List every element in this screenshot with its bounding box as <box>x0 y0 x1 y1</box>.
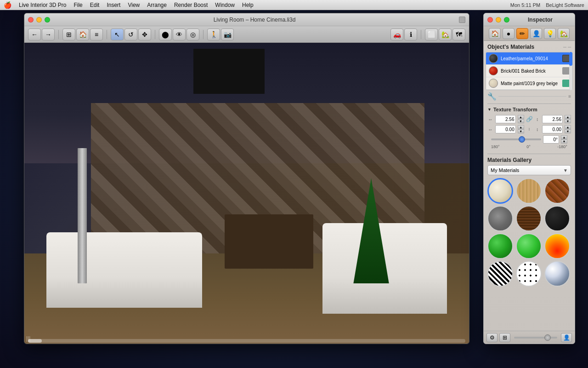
info-btn[interactable]: ℹ <box>404 29 417 40</box>
close-button[interactable] <box>28 17 34 23</box>
gallery-item-1[interactable] <box>516 178 542 204</box>
angle-slider-thumb[interactable] <box>519 136 525 143</box>
gallery-item-7[interactable] <box>516 233 542 259</box>
angle-input[interactable] <box>543 135 559 144</box>
forward-btn[interactable]: → <box>42 29 55 40</box>
matte-name: Matte paint/1019 grey beige <box>501 80 560 86</box>
link-icon[interactable]: 🔗 <box>526 115 533 123</box>
size-slider-thumb[interactable] <box>544 334 551 341</box>
gallery-item-6[interactable] <box>487 233 513 259</box>
tt-v-down[interactable]: ▼ <box>565 119 571 123</box>
tab-light[interactable]: 💡 <box>544 28 556 39</box>
list-btn[interactable]: ≡ <box>90 29 103 40</box>
window-zoom-box[interactable] <box>459 17 465 23</box>
menu-insert[interactable]: Insert <box>107 2 120 8</box>
tab-person[interactable]: 👤 <box>530 28 542 39</box>
materials-header-text: Object's Materials <box>487 44 563 50</box>
car-btn[interactable]: 🚗 <box>390 29 403 40</box>
camera-btn[interactable]: 📷 <box>221 29 234 40</box>
tt-h-input[interactable] <box>495 115 516 123</box>
zoom-button[interactable] <box>45 17 50 23</box>
menu-edit[interactable]: Edit <box>90 2 100 8</box>
scroll-indicator: ||| <box>26 335 30 342</box>
menu-window[interactable]: Window <box>215 2 235 8</box>
tab-house[interactable]: 🏠 <box>489 28 501 39</box>
angle-slider-track[interactable] <box>491 138 541 140</box>
frame-btn[interactable]: ⬜ <box>425 29 438 40</box>
angle-up[interactable]: ▲ <box>561 135 567 139</box>
tt-hoff-up[interactable]: ▲ <box>518 125 524 129</box>
menu-app[interactable]: Live Interior 3D Pro <box>19 2 66 8</box>
viewport-scrollbar[interactable] <box>28 339 465 343</box>
material-item-leather[interactable]: Leather/pamela_09014 <box>486 52 572 65</box>
materials-header-icon: ─ ─ <box>563 45 571 50</box>
gallery-item-5[interactable] <box>544 206 570 231</box>
main-window: Living Room – Home Cinema.li3d ← → ⊞ 🏠 ≡… <box>24 13 469 344</box>
menu-render[interactable]: Render Boost <box>174 2 208 8</box>
menubar-right: Mon 5:11 PM BeLight Software <box>510 2 584 8</box>
person-btn[interactable]: 👤 <box>561 333 572 342</box>
tt-h-down[interactable]: ▼ <box>518 119 524 123</box>
tt-v-input[interactable] <box>542 115 563 123</box>
settings-btn[interactable]: ⚙ <box>486 333 498 342</box>
inspector-zoom[interactable] <box>504 17 509 23</box>
house3-btn[interactable]: 🏡 <box>439 29 452 40</box>
walk-btn[interactable]: 🚶 <box>207 29 220 40</box>
floorplan-btn[interactable]: ⊞ <box>62 29 75 40</box>
tt-v-up[interactable]: ▲ <box>565 115 571 119</box>
menu-view[interactable]: View <box>128 2 140 8</box>
inspector-minimize[interactable] <box>496 17 501 23</box>
gallery-item-10[interactable] <box>516 261 542 287</box>
materials-scrollbar[interactable] <box>569 52 572 90</box>
minimize-button[interactable] <box>36 17 42 23</box>
select-btn[interactable]: ↖ <box>111 29 124 40</box>
tt-h-up[interactable]: ▲ <box>518 115 524 119</box>
tt-hoff-input[interactable] <box>495 125 516 133</box>
map-btn[interactable]: 🗺 <box>452 29 465 40</box>
eyedropper-icon[interactable]: 🔧 <box>487 92 497 101</box>
size-slider-track[interactable] <box>514 337 557 339</box>
menu-arrange[interactable]: Arrange <box>147 2 167 8</box>
gallery-dropdown[interactable]: My Materials ▼ <box>487 165 571 175</box>
tab-object[interactable]: ● <box>503 28 514 39</box>
tt-header-text: Texture Transform <box>493 107 537 112</box>
tt-hoff-down[interactable]: ▼ <box>518 129 524 133</box>
brick-name: Brick/001 Baked Brick <box>501 68 560 74</box>
3d-scene[interactable] <box>24 43 469 344</box>
traffic-lights <box>28 17 50 23</box>
tt-voff-input[interactable] <box>542 125 563 133</box>
menu-help[interactable]: Help <box>242 2 254 8</box>
tab-house2[interactable]: 🏡 <box>558 28 570 39</box>
tt-voff-up[interactable]: ▲ <box>565 125 571 129</box>
angle-label-right: -180° <box>557 144 567 149</box>
render-sphere-btn[interactable]: ⬤ <box>159 29 172 40</box>
render-eye-btn[interactable]: 👁 <box>173 29 186 40</box>
menu-file[interactable]: File <box>74 2 82 8</box>
3d-btn[interactable]: 🏠 <box>76 29 89 40</box>
tt-scale-row: ↔ ▲ ▼ 🔗 ↕ ▲ ▼ <box>487 115 571 123</box>
gallery-item-4[interactable] <box>516 206 542 231</box>
apple-menu[interactable]: 🍎 <box>4 1 11 9</box>
render-settings-btn[interactable]: ◎ <box>187 29 199 40</box>
viewport[interactable]: ||| <box>24 43 469 344</box>
tt-h-label1: ↔ <box>487 117 493 122</box>
angle-down[interactable]: ▼ <box>561 139 567 144</box>
back-btn[interactable]: ← <box>28 29 41 40</box>
move-btn[interactable]: ✥ <box>138 29 151 40</box>
tt-v-label1: ↕ <box>535 117 541 122</box>
tab-material[interactable]: ✏ <box>516 28 528 39</box>
view2-group: ⬜ 🏡 🗺 <box>425 29 465 40</box>
gallery-item-11[interactable] <box>544 261 570 287</box>
gallery-item-3[interactable] <box>487 206 513 231</box>
orbit-btn[interactable]: ↺ <box>124 29 137 40</box>
gallery-item-9[interactable] <box>487 261 513 287</box>
inspector-close[interactable] <box>487 17 493 23</box>
material-item-matte[interactable]: Matte paint/1019 grey beige <box>486 77 572 90</box>
material-item-brick[interactable]: Brick/001 Baked Brick <box>486 65 572 77</box>
grid-btn[interactable]: ⊞ <box>499 333 510 342</box>
tt-voff-down[interactable]: ▼ <box>565 129 571 133</box>
gallery-item-0[interactable] <box>487 178 513 204</box>
gallery-item-8[interactable] <box>544 233 570 259</box>
gallery-item-2[interactable] <box>544 178 570 204</box>
materials-scrollbar-thumb[interactable] <box>569 52 572 66</box>
